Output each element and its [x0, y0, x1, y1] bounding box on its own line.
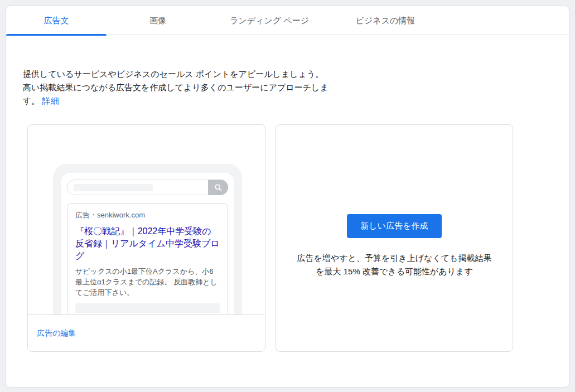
edit-ad-link[interactable]: 広告の編集: [37, 328, 76, 338]
tab-landing-page-label: ランディング ページ: [230, 16, 309, 26]
skeleton-bar: [75, 303, 220, 313]
tab-ad-text[interactable]: 広告文: [6, 6, 107, 35]
intro-line-2: 高い掲載結果につながる広告文を作成してより多くのユーザーにアプローチしま: [23, 81, 357, 94]
phone-mockup: 広告・senkiwork.com 『桜〇戦記』｜2022年中学受験の反省録｜リア…: [53, 164, 242, 315]
tab-bar: 広告文 画像 ランディング ページ ビジネスの情報: [6, 6, 569, 35]
create-ad-hint: 広告を増やすと、予算を引き上げなくても掲載結果 を最大 15% 改善できる可能性…: [297, 251, 492, 278]
create-ad-hint-line-1: 広告を増やすと、予算を引き上げなくても掲載結果: [297, 251, 492, 265]
mock-search-bar: [67, 180, 228, 195]
tab-business-info-label: ビジネスの情報: [356, 16, 415, 26]
ad-headline: 『桜〇戦記』｜2022年中学受験の反省録｜リアルタイム中学受験ブログ: [75, 225, 220, 262]
details-link[interactable]: 詳細: [42, 96, 59, 105]
tab-images-label: 画像: [149, 16, 166, 26]
ads-page: { "colors": { "accent_blue": "#1a73e8", …: [0, 0, 575, 392]
mock-ad-result: 広告・senkiwork.com 『桜〇戦記』｜2022年中学受験の反省録｜リア…: [67, 203, 228, 315]
tab-business-info[interactable]: ビジネスの情報: [330, 6, 441, 35]
create-ad-card: 新しい広告を作成 広告を増やすと、予算を引き上げなくても掲載結果 を最大 15%…: [276, 124, 513, 352]
tab-images[interactable]: 画像: [107, 6, 209, 35]
tab-ad-text-label: 広告文: [44, 16, 69, 26]
create-ad-hint-line-2: を最大 15% 改善できる可能性があります: [297, 265, 492, 278]
ad-display-url: 広告・senkiwork.com: [75, 210, 220, 220]
tab-landing-page[interactable]: ランディング ページ: [209, 6, 330, 35]
search-icon: [208, 180, 228, 195]
mock-search-placeholder: [74, 184, 153, 191]
intro-line-1: 提供しているサービスやビジネスのセールス ポイントをアピールしましょう。: [23, 67, 357, 81]
intro-text: 提供しているサービスやビジネスのセールス ポイントをアピールしましょう。 高い掲…: [23, 67, 357, 108]
intro-line-3-text: す。: [23, 96, 40, 105]
intro-line-3: す。 詳細: [23, 94, 357, 108]
ad-preview-footer: 広告の編集: [28, 314, 265, 351]
ads-panel: 広告文 画像 ランディング ページ ビジネスの情報 提供しているサービスやビジネ…: [6, 6, 569, 388]
ad-preview-card: 広告・senkiwork.com 『桜〇戦記』｜2022年中学受験の反省録｜リア…: [27, 124, 265, 352]
ad-description: サピックスの小1最下位Aクラスから、小6最上位α1クラスまでの記録。 反面教師と…: [75, 266, 220, 298]
create-new-ad-button[interactable]: 新しい広告を作成: [347, 214, 441, 238]
phone-screen: 広告・senkiwork.com 『桜〇戦記』｜2022年中学受験の反省録｜リア…: [61, 173, 234, 315]
